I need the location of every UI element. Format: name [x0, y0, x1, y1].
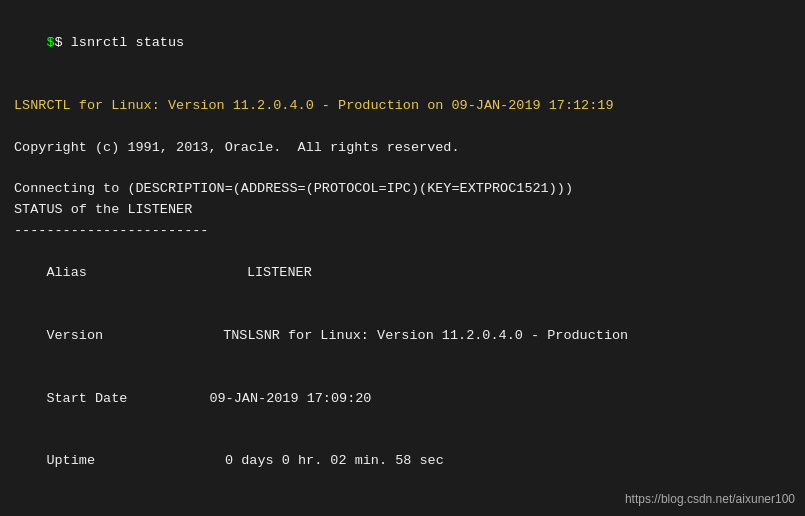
uptime-value: 0 days 0 hr. 02 min. 58 sec — [225, 453, 444, 468]
version-value: TNSLSNR for Linux: Version 11.2.0.4.0 - … — [223, 328, 628, 343]
blank-line-1 — [14, 117, 791, 138]
version-label: Version — [46, 328, 103, 343]
alias-line: AliasLISTENER — [14, 242, 791, 305]
uptime-label: Uptime — [46, 453, 95, 468]
blank-line-0 — [14, 75, 791, 96]
alias-label: Alias — [46, 265, 87, 280]
lsnrctl-version-line: LSNRCTL for Linux: Version 11.2.0.4.0 - … — [14, 96, 791, 117]
watermark-text: https://blog.csdn.net/aixuner100 — [625, 492, 795, 506]
copyright-line: Copyright (c) 1991, 2013, Oracle. All ri… — [14, 138, 791, 159]
prompt-line: $$ lsnrctl status — [14, 12, 791, 75]
connecting-line: Connecting to (DESCRIPTION=(ADDRESS=(PRO… — [14, 179, 791, 200]
blank-line-2 — [14, 158, 791, 179]
startdate-value: 09-JAN-2019 17:09:20 — [209, 391, 371, 406]
status-line: STATUS of the LISTENER — [14, 200, 791, 221]
watermark: https://blog.csdn.net/aixuner100 — [625, 492, 795, 506]
separator-line: ------------------------ — [14, 221, 791, 242]
startdate-line: Start Date09-JAN-2019 17:09:20 — [14, 368, 791, 431]
startdate-label: Start Date — [46, 391, 127, 406]
prompt-dollar: $ — [46, 35, 54, 50]
uptime-line: Uptime0 days 0 hr. 02 min. 58 sec — [14, 430, 791, 493]
terminal-window: $$ lsnrctl status LSNRCTL for Linux: Ver… — [0, 0, 805, 516]
alias-value: LISTENER — [247, 265, 312, 280]
version-line: VersionTNSLSNR for Linux: Version 11.2.0… — [14, 305, 791, 368]
command-text: $ lsnrctl status — [55, 35, 185, 50]
